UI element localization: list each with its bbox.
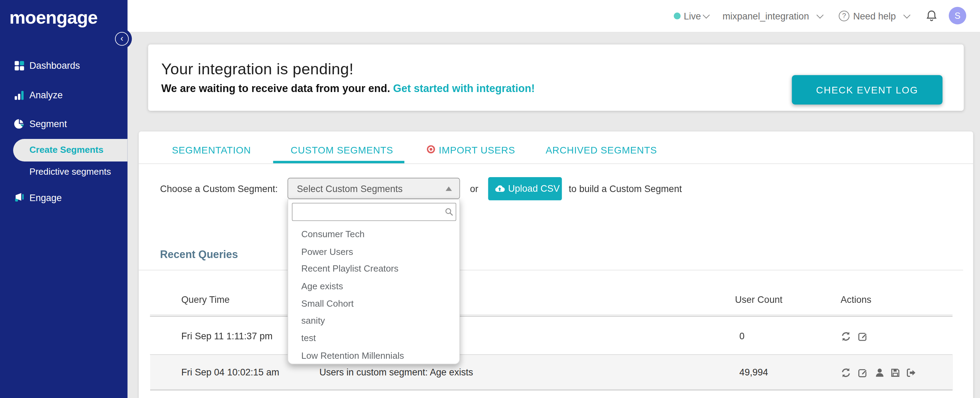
sidebar-item-dashboards[interactable]: Dashboards — [0, 58, 127, 74]
sidebar-item-label: Engage — [29, 192, 62, 203]
sidebar-item-label: Predictive segments — [29, 166, 111, 176]
save-icon[interactable] — [890, 368, 900, 378]
megaphone-icon — [14, 192, 25, 203]
question-mark-icon: ? — [839, 11, 850, 22]
segment-options-list: Consumer Tech Power Users Recent Playlis… — [288, 226, 460, 364]
sidebar-item-label: Dashboards — [29, 60, 80, 71]
query-time-cell: Fri Sep 04 10:02:15 am — [181, 367, 280, 377]
segment-option[interactable]: Small Cohort — [288, 295, 460, 313]
sidebar-item-engage[interactable]: Engage — [0, 190, 127, 206]
active-tab-underline — [273, 161, 404, 163]
refresh-icon[interactable] — [841, 368, 851, 378]
segment-option[interactable]: Age exists — [288, 278, 460, 295]
banner-title: Your integration is pending! — [161, 60, 354, 78]
bar-chart-icon — [14, 90, 25, 101]
moengage-logo: moengage — [10, 8, 97, 28]
sidebar-item-label: Segment — [29, 118, 67, 129]
edit-icon[interactable] — [858, 331, 868, 342]
environment-dropdown[interactable]: Live — [684, 11, 701, 22]
pie-chart-icon — [14, 118, 25, 129]
choose-segment-label: Choose a Custom Segment: — [160, 183, 278, 194]
banner-message: We are waiting to receive data from your… — [161, 83, 535, 95]
column-header-user-count: User Count — [735, 294, 782, 305]
segment-option[interactable]: Low Retention Millennials — [288, 347, 460, 364]
recent-queries-heading: Recent Queries — [160, 249, 238, 261]
refresh-icon[interactable] — [841, 331, 851, 342]
edit-icon[interactable] — [858, 368, 868, 378]
segment-option[interactable]: Power Users — [288, 243, 460, 261]
column-header-actions: Actions — [841, 294, 872, 305]
integration-banner: Your integration is pending! We are wait… — [148, 45, 964, 111]
search-icon — [444, 207, 453, 217]
get-started-link[interactable]: Get started with integration! — [393, 83, 535, 94]
chevron-down-icon — [904, 11, 910, 18]
custom-segment-select[interactable]: Select Custom Segments — [288, 178, 460, 199]
section-divider — [139, 270, 963, 270]
tab-custom-segments[interactable]: CUSTOM SEGMENTS — [291, 144, 393, 155]
segment-option[interactable]: Recent Playlist Creators — [288, 261, 460, 278]
need-help-dropdown[interactable]: Need help — [853, 11, 896, 22]
query-time-cell: Fri Sep 11 1:11:37 pm — [181, 331, 273, 341]
tab-segmentation[interactable]: SEGMENTATION — [172, 144, 251, 155]
upload-csv-label: Upload CSV — [508, 183, 560, 193]
segment-search-input[interactable] — [292, 203, 457, 221]
sidebar-collapse-button[interactable]: ‹ — [115, 32, 129, 46]
export-icon[interactable] — [906, 368, 916, 378]
chevron-down-icon — [703, 11, 710, 18]
sidebar-item-analyze[interactable]: Analyze — [0, 87, 127, 104]
custom-segments-dropdown-panel: Consumer Tech Power Users Recent Playlis… — [288, 199, 460, 364]
chevron-down-icon — [816, 11, 823, 18]
segments-card: SEGMENTATION CUSTOM SEGMENTS IMPORT USER… — [139, 131, 973, 398]
segment-option[interactable]: test — [288, 330, 460, 347]
tab-import-users[interactable]: IMPORT USERS — [439, 144, 515, 155]
user-avatar[interactable]: S — [949, 7, 966, 24]
app-viewport: moengage ‹ Dashboards Analyze Segment Cr… — [0, 0, 980, 398]
upload-csv-button[interactable]: Upload CSV — [488, 177, 562, 200]
user-count-cell: 0 — [739, 331, 745, 341]
live-status-dot — [674, 13, 681, 19]
query-cell: Users in custom segment: Age exists — [320, 367, 473, 377]
chevron-left-icon: ‹ — [120, 34, 123, 43]
sidebar-item-label: Analyze — [29, 90, 63, 101]
or-text: or — [470, 183, 478, 194]
project-dropdown[interactable]: mixpanel_integration — [722, 11, 809, 22]
user-icon[interactable] — [874, 368, 885, 378]
row-divider — [150, 389, 953, 391]
sidebar: moengage ‹ Dashboards Analyze Segment Cr… — [0, 0, 127, 398]
topbar: Live mixpanel_integration ? Need help S — [127, 0, 980, 33]
sidebar-item-label: Create Segments — [29, 144, 104, 155]
sidebar-item-segment[interactable]: Segment — [0, 116, 127, 132]
segment-option[interactable]: sanity — [288, 313, 460, 330]
tabs-divider — [139, 163, 973, 164]
sidebar-item-create-segments[interactable]: Create Segments — [13, 139, 127, 161]
table-header-divider — [150, 314, 953, 317]
cloud-upload-icon — [495, 183, 505, 194]
grid-icon — [14, 60, 25, 71]
tab-archived-segments[interactable]: ARCHIVED SEGMENTS — [546, 144, 657, 155]
import-users-badge-icon — [427, 145, 435, 153]
sidebar-item-predictive-segments[interactable]: Predictive segments — [29, 166, 111, 176]
caret-up-icon — [445, 187, 452, 191]
build-segment-text: to build a Custom Segment — [569, 183, 682, 194]
notifications-bell-icon[interactable] — [925, 10, 938, 22]
check-event-log-button[interactable]: CHECK EVENT LOG — [792, 75, 943, 104]
select-value: Select Custom Segments — [297, 183, 402, 194]
column-header-query-time: Query Time — [181, 294, 230, 305]
segment-option[interactable]: Consumer Tech — [288, 226, 460, 243]
user-count-cell: 49,994 — [739, 367, 768, 377]
